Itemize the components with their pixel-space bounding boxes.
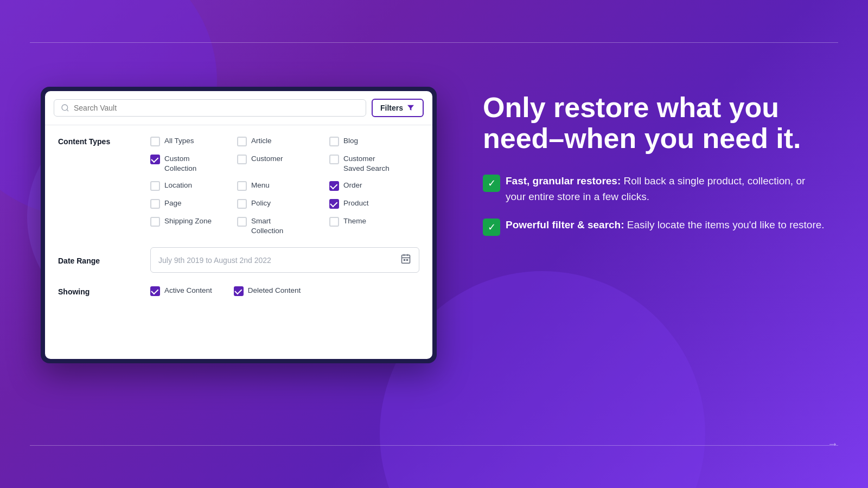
cb-label-custom-collection: CustomCollection	[164, 154, 196, 173]
bottom-divider	[30, 445, 838, 446]
cb-label-all-types: All Types	[164, 136, 194, 146]
checkbox-customer-saved-search[interactable]: CustomerSaved Search	[329, 154, 432, 173]
date-range-input[interactable]: July 9th 2019 to August 2nd 2022	[150, 247, 419, 273]
cb-customer[interactable]	[237, 155, 247, 164]
showing-checkboxes: Active Content Deleted Content	[150, 286, 419, 296]
cb-label-theme: Theme	[343, 216, 366, 226]
svg-line-1	[67, 110, 68, 111]
fast-restores-check-icon: ✓	[483, 175, 500, 192]
cb-custom-collection[interactable]	[150, 155, 160, 164]
bottom-arrow-icon: →	[827, 438, 838, 450]
search-input-wrapper[interactable]	[54, 99, 366, 117]
checkbox-menu[interactable]: Menu	[237, 181, 329, 191]
cb-location[interactable]	[150, 181, 160, 191]
date-range-label: Date Range	[58, 255, 150, 265]
checkbox-theme[interactable]: Theme	[329, 216, 432, 235]
date-range-section: Date Range July 9th 2019 to August 2nd 2…	[58, 244, 419, 273]
cb-label-location: Location	[164, 181, 192, 190]
filter-funnel-icon	[406, 104, 415, 112]
content-types-grid: All Types Article Blog CustomCollection	[150, 136, 432, 235]
cb-deleted-content[interactable]	[234, 286, 244, 296]
headline: Only restore what you need–when you need…	[483, 92, 825, 154]
cb-label-customer: Customer	[251, 154, 283, 164]
search-input[interactable]	[74, 104, 359, 112]
svg-rect-7	[407, 260, 408, 261]
svg-rect-2	[402, 255, 410, 264]
top-divider	[30, 42, 838, 43]
feature-filter-search: ✓ Powerful filter & search: Easily locat…	[483, 217, 825, 236]
cb-label-deleted-content: Deleted Content	[248, 286, 301, 296]
checkbox-order[interactable]: Order	[329, 181, 432, 191]
checkbox-active-content[interactable]: Active Content	[150, 286, 212, 296]
checkbox-deleted-content[interactable]: Deleted Content	[234, 286, 301, 296]
checkbox-page[interactable]: Page	[150, 198, 237, 209]
checkbox-shipping-zone[interactable]: Shipping Zone	[150, 216, 237, 235]
checkbox-location[interactable]: Location	[150, 181, 237, 191]
showing-label: Showing	[58, 286, 150, 296]
cb-theme[interactable]	[329, 217, 339, 227]
cb-smart-collection[interactable]	[237, 217, 247, 227]
fast-restores-bold: Fast, granular restores:	[506, 175, 621, 187]
calendar-icon	[400, 253, 411, 267]
svg-rect-6	[404, 260, 405, 261]
filter-panel-container: Filters Content Types All Types	[41, 87, 437, 363]
filter-card: Filters Content Types All Types	[45, 91, 432, 359]
checkbox-custom-collection[interactable]: CustomCollection	[150, 154, 237, 173]
date-range-value: July 9th 2019 to August 2nd 2022	[158, 256, 271, 265]
filter-search-bold: Powerful filter & search:	[506, 219, 624, 230]
cb-all-types[interactable]	[150, 137, 160, 146]
search-bar: Filters	[45, 91, 432, 125]
cb-label-active-content: Active Content	[164, 286, 212, 296]
filter-content: Content Types All Types Article Blog	[45, 125, 432, 316]
checkbox-product[interactable]: Product	[329, 198, 432, 209]
cb-label-order: Order	[343, 181, 362, 190]
cb-label-page: Page	[164, 198, 182, 208]
cb-policy[interactable]	[237, 199, 247, 209]
cb-active-content[interactable]	[150, 286, 160, 296]
cb-menu[interactable]	[237, 181, 247, 191]
filters-button[interactable]: Filters	[372, 99, 424, 117]
content-types-section: Content Types All Types Article Blog	[58, 136, 419, 235]
cb-label-article: Article	[251, 136, 272, 146]
cb-label-menu: Menu	[251, 181, 270, 190]
cb-page[interactable]	[150, 199, 160, 209]
filter-search-description: Easily locate the items you'd like to re…	[627, 219, 825, 230]
right-panel: Only restore what you need–when you need…	[472, 81, 835, 260]
cb-label-smart-collection: SmartCollection	[251, 216, 283, 235]
checkbox-all-types[interactable]: All Types	[150, 136, 237, 146]
cb-customer-saved-search[interactable]	[329, 155, 339, 164]
fast-restores-text: Fast, granular restores: Roll back a sin…	[506, 174, 825, 204]
cb-label-blog: Blog	[343, 136, 358, 146]
cb-blog[interactable]	[329, 137, 339, 146]
cb-order[interactable]	[329, 181, 339, 191]
cb-label-product: Product	[343, 198, 369, 208]
cb-article[interactable]	[237, 137, 247, 146]
checkbox-policy[interactable]: Policy	[237, 198, 329, 209]
cb-label-shipping-zone: Shipping Zone	[164, 216, 212, 226]
checkbox-blog[interactable]: Blog	[329, 136, 432, 146]
cb-shipping-zone[interactable]	[150, 217, 160, 227]
checkbox-article[interactable]: Article	[237, 136, 329, 146]
showing-section: Showing Active Content Deleted Content	[58, 284, 419, 296]
cb-label-policy: Policy	[251, 198, 271, 208]
filters-button-label: Filters	[380, 104, 403, 112]
filter-search-text: Powerful filter & search: Easily locate …	[506, 217, 825, 233]
svg-point-0	[62, 105, 68, 111]
checkbox-smart-collection[interactable]: SmartCollection	[237, 216, 329, 235]
cb-product[interactable]	[329, 199, 339, 209]
filter-search-check-icon: ✓	[483, 219, 500, 236]
content-types-label: Content Types	[58, 136, 150, 235]
checkbox-customer[interactable]: Customer	[237, 154, 329, 173]
search-icon	[61, 104, 69, 112]
cb-label-customer-saved-search: CustomerSaved Search	[343, 154, 390, 173]
feature-fast-restores: ✓ Fast, granular restores: Roll back a s…	[483, 174, 825, 204]
